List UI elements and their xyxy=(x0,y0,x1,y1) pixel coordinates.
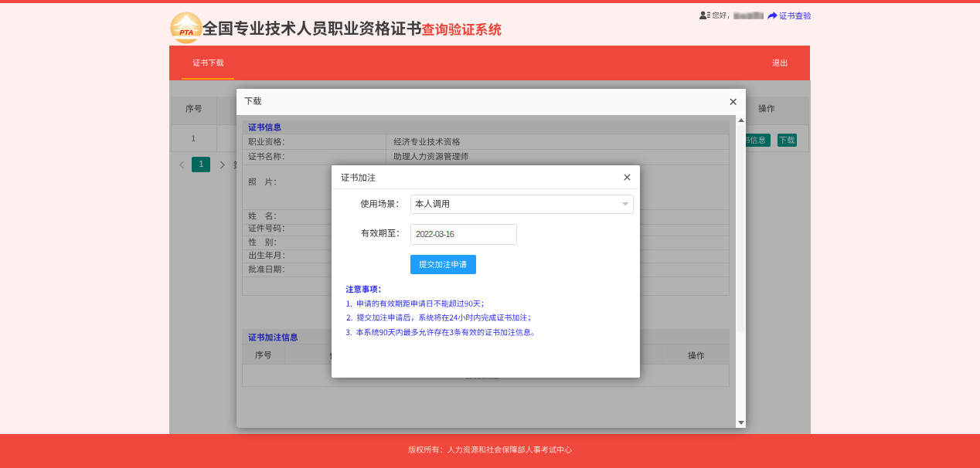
svg-text:PTA: PTA xyxy=(179,29,193,36)
